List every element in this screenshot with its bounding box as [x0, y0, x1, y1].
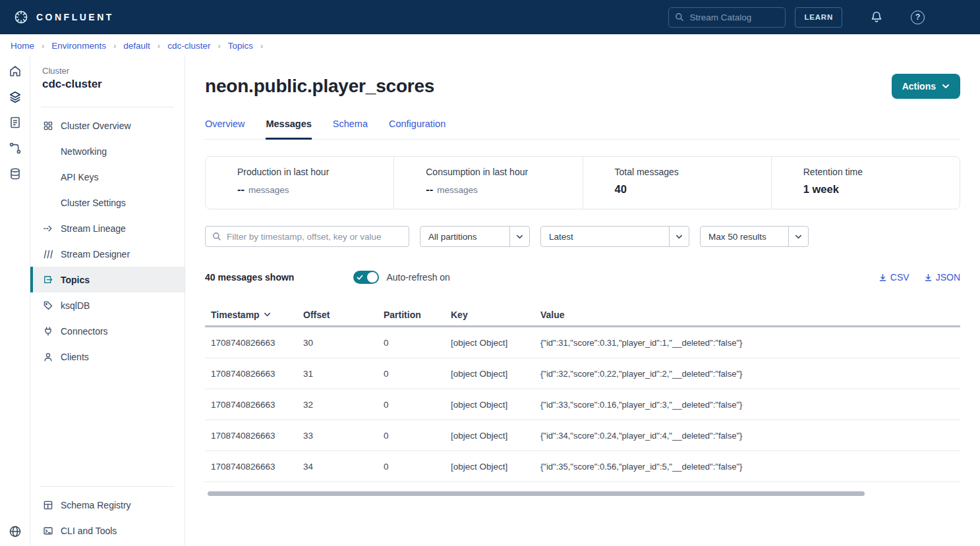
sidebar-item-cluster-overview[interactable]: Cluster Overview [30, 113, 185, 138]
sidebar-item-api-keys[interactable]: API Keys [30, 164, 185, 190]
sidebar-item-label: Stream Designer [61, 249, 130, 259]
sort-chevron-icon [264, 311, 271, 318]
tab-overview[interactable]: Overview [205, 119, 245, 139]
home-icon[interactable] [9, 65, 22, 78]
sidebar-item-label: API Keys [61, 172, 99, 182]
sidebar-item-networking[interactable]: Networking [30, 138, 185, 164]
breadcrumb-separator: › [260, 41, 263, 51]
breadcrumb-default[interactable]: default [123, 41, 150, 51]
partition-select[interactable]: All partitions [420, 226, 530, 247]
breadcrumb-cdc-cluster[interactable]: cdc-cluster [167, 41, 210, 51]
tab-configuration[interactable]: Configuration [389, 119, 446, 139]
cell-key: [object Object] [451, 338, 540, 348]
page-title: neon.public.player_scores [205, 76, 434, 97]
stat-total-messages: Total messages 40 [583, 157, 771, 209]
sidebar-item-label: Schema Registry [61, 500, 131, 510]
column-offset: Offset [303, 310, 384, 320]
column-timestamp[interactable]: Timestamp [211, 310, 303, 320]
sidebar-item-topics[interactable]: Topics [30, 267, 185, 292]
cell-offset: 30 [303, 338, 384, 348]
table-row[interactable]: 1708740826663 34 0 [object Object] {"id"… [205, 451, 960, 482]
message-filter-search[interactable] [205, 226, 409, 247]
stream-designer-icon [42, 249, 53, 259]
table-header: Timestamp Offset Partition Key Value [205, 304, 960, 327]
icon-rail [0, 57, 30, 546]
stat-production: Production in last hour -- messages [206, 157, 393, 209]
download-json-link[interactable]: JSON [924, 272, 960, 283]
table-row[interactable]: 1708740826663 30 0 [object Object] {"id"… [205, 327, 960, 358]
notes-icon[interactable] [9, 116, 22, 129]
sidebar-item-cli-and-tools[interactable]: CLI and Tools [30, 518, 185, 543]
cluster-name: cdc-cluster [42, 78, 185, 91]
message-filter-input[interactable] [227, 232, 402, 242]
cell-value: {"id":32,"score":0.22,"player_id":2,"__d… [540, 369, 960, 379]
breadcrumb-separator: › [158, 41, 160, 51]
stream-catalog-search[interactable] [668, 7, 786, 28]
cell-partition: 0 [384, 338, 451, 348]
sidebar-item-clients[interactable]: Clients [30, 344, 185, 369]
table-row[interactable]: 1708740826663 33 0 [object Object] {"id"… [205, 420, 960, 451]
download-icon [924, 273, 933, 282]
sidebar-item-label: Clients [61, 352, 89, 362]
help-icon[interactable]: ? [911, 11, 925, 24]
sidebar-item-label: Networking [61, 146, 107, 157]
divider [41, 486, 174, 487]
sidebar-item-schema-registry[interactable]: Schema Registry [30, 492, 185, 518]
order-select[interactable]: Latest [540, 226, 689, 247]
breadcrumb-environments[interactable]: Environments [51, 41, 106, 51]
stats-card: Production in last hour -- messages Cons… [205, 156, 960, 209]
sidebar-item-label: Topics [61, 275, 90, 285]
horizontal-scrollbar [205, 491, 960, 496]
learn-button[interactable]: LEARN [795, 7, 842, 28]
table-row[interactable]: 1708740826663 32 0 [object Object] {"id"… [205, 389, 960, 420]
storage-icon[interactable] [9, 167, 22, 180]
confluent-logo[interactable]: CONFLUENT [13, 9, 114, 25]
actions-button[interactable]: Actions [892, 74, 960, 99]
cluster-label: Cluster [42, 66, 185, 76]
sidebar-item-connectors[interactable]: Connectors [30, 318, 185, 344]
cluster-sidebar: Cluster cdc-cluster Cluster Overview Net… [30, 57, 185, 546]
download-csv-link[interactable]: CSV [879, 272, 909, 283]
cell-value: {"id":35,"score":0.56,"player_id":5,"__d… [540, 462, 960, 472]
cell-timestamp: 1708740826663 [211, 400, 303, 410]
sidebar-item-label: ksqlDB [61, 300, 90, 311]
scrollbar-thumb[interactable] [208, 491, 865, 496]
sidebar-item-ksqldb[interactable]: ksqlDB [30, 292, 185, 318]
table-row[interactable]: 1708740826663 31 0 [object Object] {"id"… [205, 358, 960, 389]
cell-offset: 34 [303, 462, 384, 472]
limit-select[interactable]: Max 50 results [700, 226, 809, 247]
tag-icon [42, 300, 53, 311]
globe-icon[interactable] [9, 525, 22, 538]
breadcrumb-separator: › [42, 41, 44, 51]
sidebar-item-label: Cluster Settings [61, 198, 126, 208]
messages-table: Timestamp Offset Partition Key Value 170… [205, 304, 960, 496]
table-body: 1708740826663 30 0 [object Object] {"id"… [205, 327, 960, 482]
cell-partition: 0 [384, 369, 451, 379]
menu-hamburger-icon[interactable] [952, 13, 967, 22]
cell-timestamp: 1708740826663 [211, 462, 303, 472]
message-filters: All partitions Latest Max 50 results [205, 226, 960, 247]
tab-messages[interactable]: Messages [266, 119, 311, 140]
cell-partition: 0 [384, 400, 451, 410]
sidebar-item-cluster-settings[interactable]: Cluster Settings [30, 190, 185, 215]
cell-offset: 33 [303, 431, 384, 441]
connector-plug-icon [42, 326, 53, 337]
stream-catalog-input[interactable] [689, 13, 779, 22]
environments-icon[interactable] [9, 90, 22, 103]
sidebar-item-stream-lineage[interactable]: Stream Lineage [30, 215, 185, 241]
stat-value: 40 [615, 183, 627, 196]
auto-refresh-toggle[interactable] [353, 271, 379, 284]
notifications-bell-icon[interactable] [870, 11, 883, 24]
sidebar-item-label: Stream Lineage [61, 223, 126, 234]
tab-schema[interactable]: Schema [333, 119, 368, 139]
lineage-icon[interactable] [9, 142, 22, 155]
column-partition: Partition [384, 310, 451, 320]
breadcrumb-topics[interactable]: Topics [228, 41, 253, 51]
stat-value: -- [237, 183, 245, 196]
sidebar-item-stream-designer[interactable]: Stream Designer [30, 241, 185, 267]
breadcrumb-home[interactable]: Home [11, 41, 34, 51]
column-key: Key [451, 310, 540, 320]
auto-refresh-label: Auto-refresh on [386, 272, 450, 283]
chevron-down-icon [509, 227, 529, 246]
topic-tabs: Overview Messages Schema Configuration [205, 119, 960, 140]
